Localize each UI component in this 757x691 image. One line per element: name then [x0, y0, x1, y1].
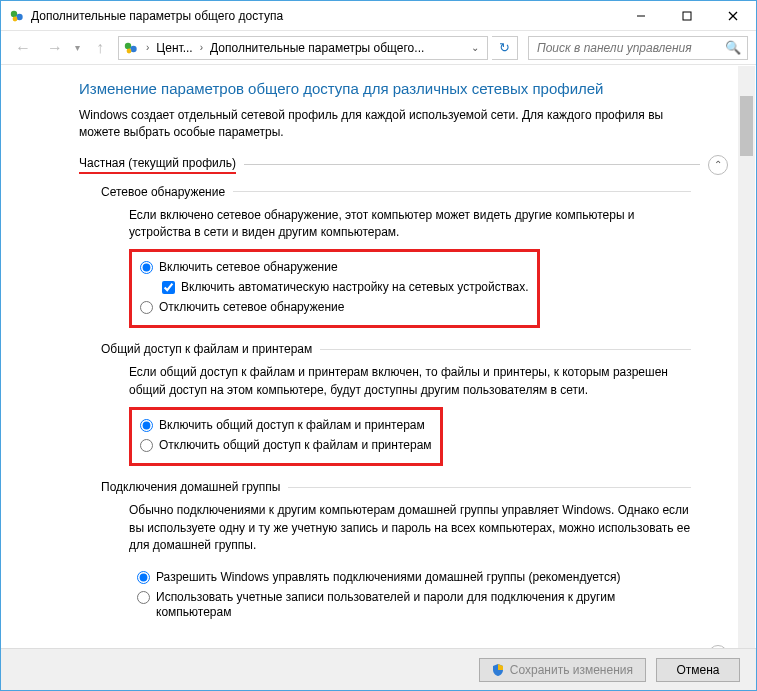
homegroup-options: Разрешить Windows управлять подключениям…: [129, 562, 691, 631]
checkbox-label: Включить автоматическую настройку на сет…: [181, 280, 529, 296]
search-input[interactable]: [535, 40, 725, 56]
sharing-options: Включить общий доступ к файлам и принтер…: [129, 407, 443, 466]
radio-label: Включить сетевое обнаружение: [159, 260, 338, 276]
radio-homegroup-allow[interactable]: Разрешить Windows управлять подключениям…: [137, 568, 683, 588]
checkbox-input[interactable]: [162, 281, 175, 294]
radio-input[interactable]: [140, 261, 153, 274]
subsection-homegroup: Подключения домашней группы Обычно подкл…: [101, 480, 691, 631]
scrollbar-thumb[interactable]: [740, 96, 753, 156]
address-dropdown-icon[interactable]: ⌄: [465, 42, 485, 53]
cancel-button[interactable]: Отмена: [656, 658, 740, 682]
back-button[interactable]: ←: [9, 34, 37, 62]
control-panel-icon: [123, 40, 139, 56]
window-title: Дополнительные параметры общего доступа: [31, 9, 618, 23]
radio-label: Включить общий доступ к файлам и принтер…: [159, 418, 425, 434]
subsection-title: Сетевое обнаружение: [101, 185, 225, 199]
subsection-file-sharing: Общий доступ к файлам и принтерам Если о…: [101, 342, 691, 466]
checkbox-auto-setup[interactable]: Включить автоматическую настройку на сет…: [162, 278, 529, 298]
subsection-desc: Обычно подключениями к другим компьютера…: [129, 502, 691, 554]
control-panel-icon: [9, 8, 25, 24]
save-button[interactable]: Сохранить изменения: [479, 658, 646, 682]
chevron-right-icon[interactable]: ›: [143, 42, 152, 53]
radio-homegroup-creds[interactable]: Использовать учетные записи пользователе…: [137, 588, 683, 623]
cancel-button-label: Отмена: [676, 663, 719, 677]
radio-sharing-off[interactable]: Отключить общий доступ к файлам и принте…: [140, 436, 432, 456]
radio-input[interactable]: [137, 591, 150, 604]
breadcrumb-item[interactable]: Цент...: [156, 41, 192, 55]
maximize-button[interactable]: [664, 1, 710, 31]
svg-point-0: [11, 10, 17, 16]
radio-input[interactable]: [137, 571, 150, 584]
shield-icon: [492, 664, 504, 676]
subsection-title: Подключения домашней группы: [101, 480, 280, 494]
radio-input[interactable]: [140, 419, 153, 432]
svg-point-9: [127, 48, 132, 53]
radio-discovery-on[interactable]: Включить сетевое обнаружение: [140, 258, 529, 278]
page-intro: Windows создает отдельный сетевой профил…: [79, 107, 689, 141]
vertical-scrollbar[interactable]: [738, 66, 755, 648]
section-private-label: Частная (текущий профиль): [79, 156, 236, 174]
radio-discovery-off[interactable]: Отключить сетевое обнаружение: [140, 298, 529, 318]
discovery-options: Включить сетевое обнаружение Включить ав…: [129, 249, 540, 328]
section-private[interactable]: Частная (текущий профиль) ⌃: [79, 155, 728, 175]
radio-label: Отключить сетевое обнаружение: [159, 300, 344, 316]
collapse-icon[interactable]: ⌃: [708, 155, 728, 175]
minimize-button[interactable]: [618, 1, 664, 31]
subsection-desc: Если включено сетевое обнаружение, этот …: [129, 207, 691, 242]
radio-sharing-on[interactable]: Включить общий доступ к файлам и принтер…: [140, 416, 432, 436]
subsection-title: Общий доступ к файлам и принтерам: [101, 342, 312, 356]
window-controls: [618, 1, 756, 30]
page-heading: Изменение параметров общего доступа для …: [79, 80, 728, 97]
forward-button[interactable]: →: [41, 34, 69, 62]
navigation-bar: ← → ▾ ↑ › Цент... › Дополнительные парам…: [1, 31, 756, 65]
save-button-label: Сохранить изменения: [510, 663, 633, 677]
chevron-right-icon[interactable]: ›: [197, 42, 206, 53]
breadcrumb-item[interactable]: Дополнительные параметры общего...: [210, 41, 424, 55]
radio-label: Отключить общий доступ к файлам и принте…: [159, 438, 432, 454]
close-button[interactable]: [710, 1, 756, 31]
svg-rect-4: [683, 12, 691, 20]
radio-label: Разрешить Windows управлять подключениям…: [156, 570, 620, 586]
radio-input[interactable]: [140, 439, 153, 452]
svg-point-7: [125, 42, 131, 48]
window-titlebar: Дополнительные параметры общего доступа: [1, 1, 756, 31]
content-area: Изменение параметров общего доступа для …: [1, 66, 756, 648]
subsection-network-discovery: Сетевое обнаружение Если включено сетево…: [101, 185, 691, 329]
search-box[interactable]: 🔍: [528, 36, 748, 60]
radio-label: Использовать учетные записи пользователе…: [156, 590, 683, 621]
refresh-button[interactable]: ↻: [492, 36, 518, 60]
footer-bar: Сохранить изменения Отмена: [1, 648, 756, 690]
search-icon[interactable]: 🔍: [725, 40, 741, 55]
subsection-desc: Если общий доступ к файлам и принтерам в…: [129, 364, 691, 399]
history-chevron-icon[interactable]: ▾: [73, 42, 82, 53]
svg-point-2: [13, 16, 18, 21]
up-button[interactable]: ↑: [86, 34, 114, 62]
radio-input[interactable]: [140, 301, 153, 314]
address-bar[interactable]: › Цент... › Дополнительные параметры общ…: [118, 36, 488, 60]
